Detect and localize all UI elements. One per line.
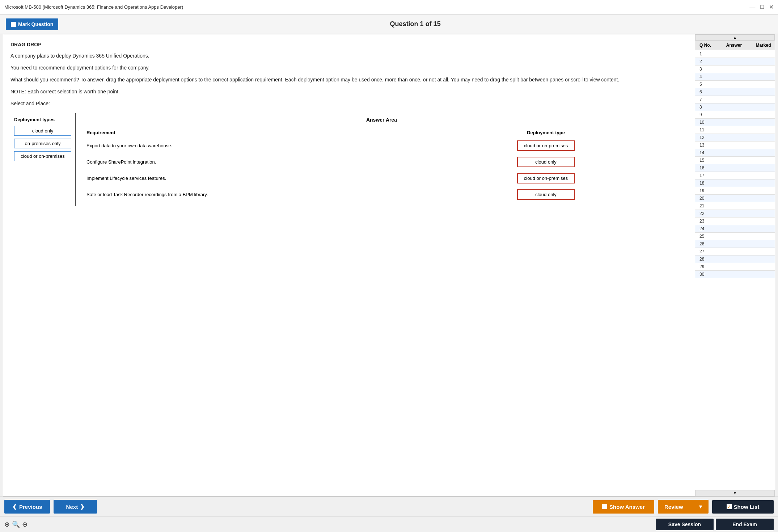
drag-drop-label: DRAG DROP [10,41,688,48]
requirement-header: Requirement [83,128,411,138]
q-number: 27 [697,249,715,254]
mark-question-label: Mark Question [18,21,53,27]
review-label: Review [664,504,683,510]
list-item[interactable]: 7 [695,96,775,104]
q-number: 20 [697,196,715,201]
review-dropdown-icon: ▾ [699,503,702,510]
list-item[interactable]: 10 [695,119,775,126]
list-item[interactable]: 4 [695,73,775,81]
list-item[interactable]: 23 [695,218,775,225]
mark-question-button[interactable]: Mark Question [6,18,58,30]
save-session-button[interactable]: Save Session [656,519,714,530]
q-number: 24 [697,226,715,231]
bottom-zoom-row: ⊕ 🔍 ⊖ Save Session End Exam [0,516,778,532]
answer-box[interactable]: cloud only [517,157,575,167]
q-number: 3 [697,67,715,72]
list-item[interactable]: 3 [695,66,775,73]
list-item[interactable]: 27 [695,248,775,256]
q-number: 16 [697,165,715,170]
paragraph-4: NOTE: Each correct selection is worth on… [10,88,688,96]
q-number: 8 [697,105,715,110]
deployment-type-header: Deployment type [411,128,680,138]
show-list-checkbox-icon: ✓ [727,504,732,509]
zoom-in-icon[interactable]: ⊕ [4,520,10,528]
show-answer-button[interactable]: Show Answer [593,500,654,514]
q-number: 18 [697,181,715,186]
answer-cell[interactable]: cloud only [411,154,680,170]
scroll-down-arrow[interactable]: ▼ [695,490,775,496]
list-item[interactable]: 19 [695,187,775,195]
list-item[interactable]: 29 [695,263,775,271]
mark-checkbox-icon [11,22,16,27]
maximize-icon[interactable]: □ [760,4,764,10]
header: Mark Question Question 1 of 15 [0,14,778,34]
q-number: 17 [697,173,715,178]
list-item[interactable]: 24 [695,225,775,233]
previous-label: Previous [19,504,42,510]
table-row: Configure SharePoint integration.cloud o… [83,154,680,170]
q-number: 19 [697,188,715,193]
answer-box[interactable]: cloud or on-premises [517,173,575,183]
list-item[interactable]: 11 [695,126,775,134]
answer-box[interactable]: cloud or on-premises [517,140,575,151]
show-list-button[interactable]: ✓ Show List [712,500,774,514]
list-item[interactable]: 9 [695,111,775,119]
q-number: 12 [697,135,715,140]
list-item[interactable]: 13 [695,142,775,149]
list-item[interactable]: 17 [695,172,775,180]
window-controls[interactable]: — □ ✕ [749,4,774,10]
main-area: DRAG DROP A company plans to deploy Dyna… [3,34,775,497]
list-item[interactable]: 30 [695,271,775,278]
end-exam-button[interactable]: End Exam [716,519,774,530]
dep-type-cloud-only[interactable]: cloud only [14,126,71,136]
dep-type-on-premises-only[interactable]: on-premises only [14,139,71,148]
previous-button[interactable]: ❮ Previous [4,500,50,514]
answer-cell[interactable]: cloud or on-premises [411,138,680,154]
q-number: 13 [697,143,715,148]
answer-cell[interactable]: cloud or on-premises [411,170,680,186]
list-item[interactable]: 18 [695,180,775,187]
scroll-up-arrow[interactable]: ▲ [695,34,775,41]
q-number: 14 [697,150,715,155]
list-item[interactable]: 22 [695,210,775,218]
q-number: 7 [697,97,715,102]
show-list-label: Show List [734,504,760,510]
q-number: 25 [697,234,715,239]
review-button[interactable]: Review ▾ [658,500,709,514]
next-button[interactable]: Next ❯ [54,500,97,514]
paragraph-5: Select and Place: [10,100,688,107]
list-item[interactable]: 20 [695,195,775,202]
minimize-icon[interactable]: — [749,4,755,10]
list-item[interactable]: 12 [695,134,775,142]
answer-box[interactable]: cloud only [517,189,575,200]
list-item[interactable]: 1 [695,50,775,58]
zoom-reset-icon[interactable]: 🔍 [12,520,20,528]
q-number: 11 [697,127,715,132]
list-item[interactable]: 5 [695,81,775,88]
list-item[interactable]: 6 [695,88,775,96]
question-list-scroll[interactable]: 1234567891011121314151617181920212223242… [695,50,775,490]
header-qno: Q No. [697,43,715,48]
list-item[interactable]: 8 [695,104,775,111]
header-marked: Marked [753,43,773,48]
zoom-out-icon[interactable]: ⊖ [22,520,28,528]
header-answer: Answer [715,43,753,48]
q-number: 30 [697,272,715,277]
bottom-toolbar: ❮ Previous Next ❯ Show Answer Review ▾ ✓… [0,497,778,516]
list-item[interactable]: 26 [695,240,775,248]
paragraph-2: You need to recommend deployment options… [10,64,688,72]
list-item[interactable]: 21 [695,202,775,210]
list-item[interactable]: 25 [695,233,775,240]
requirement-cell: Safe or load Task Recorder recordings fr… [83,186,411,203]
answer-cell[interactable]: cloud only [411,186,680,203]
list-item[interactable]: 15 [695,157,775,164]
requirement-cell: Export data to your own data warehouse. [83,138,411,154]
list-item[interactable]: 2 [695,58,775,66]
list-item[interactable]: 16 [695,164,775,172]
dep-type-cloud-or-on-premises[interactable]: cloud or on-premises [14,151,71,161]
q-number: 4 [697,74,715,79]
app-title: Microsoft MB-500 (Microsoft Dynamics 365… [4,4,183,10]
list-item[interactable]: 14 [695,149,775,157]
list-item[interactable]: 28 [695,256,775,263]
close-icon[interactable]: ✕ [769,4,774,10]
